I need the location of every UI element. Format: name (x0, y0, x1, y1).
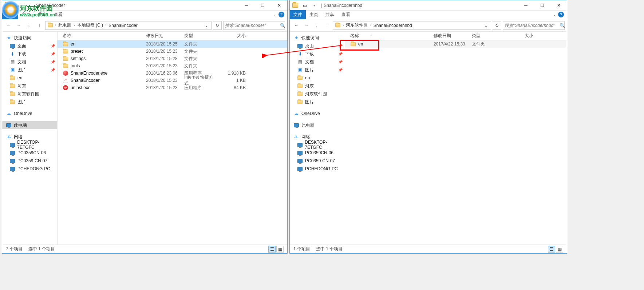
ribbon-tab-share[interactable]: 共享 (34, 10, 50, 19)
chevron-right-icon[interactable]: › (369, 23, 372, 27)
nav-network-pc[interactable]: PCHEDONG-PC (2, 165, 57, 173)
column-date[interactable]: 修改日期 (431, 33, 469, 39)
column-name[interactable]: 名称⌃ (345, 33, 431, 39)
nav-forward-button[interactable]: → (15, 21, 23, 30)
nav-item[interactable]: en (2, 74, 57, 82)
column-headers[interactable]: 名称⌃ 修改日期 类型 大小 (345, 32, 567, 40)
nav-item[interactable]: ▤文档📌 (290, 58, 345, 66)
search-box[interactable]: 🔍 (503, 21, 565, 30)
nav-recent-dropdown[interactable]: ⌄ (312, 21, 321, 30)
nav-item[interactable]: 河东 (2, 82, 57, 90)
nav-this-pc[interactable]: 此电脑 (2, 121, 57, 129)
nav-item[interactable]: 桌面📌 (290, 42, 345, 50)
breadcrumb-dropdown[interactable]: ⌄ (483, 23, 489, 28)
nav-item[interactable]: ▣图片📌 (2, 66, 57, 74)
nav-quick-access[interactable]: ★快速访问 (2, 34, 57, 42)
ribbon-expand-icon[interactable]: ⌄ (273, 12, 276, 16)
breadcrumb-segment[interactable]: ShanaEncoderhhbd (373, 23, 413, 28)
minimize-button[interactable]: ─ (238, 0, 254, 11)
ribbon-tab-view[interactable]: 查看 (50, 10, 66, 19)
qat-dropdown-icon[interactable]: ▾ (23, 1, 31, 9)
breadcrumb[interactable]: › 此电脑 › 本地磁盘 (C:) › ShanaEncoder ⌄ (45, 21, 212, 30)
qat-dropdown-icon[interactable]: ▾ (310, 1, 318, 9)
ribbon-tab-file[interactable]: 文件 (2, 10, 18, 19)
nav-network-pc[interactable]: DESKTOP-7ETGFC (290, 141, 345, 149)
breadcrumb-segment[interactable]: 本地磁盘 (C:) (76, 22, 104, 28)
breadcrumb-segment[interactable]: 此电脑 (58, 22, 72, 28)
minimize-button[interactable]: ─ (518, 0, 534, 11)
file-row[interactable]: preset 2018/1/20 15:23 文件夹 (58, 48, 287, 55)
column-size[interactable]: 大小 (220, 33, 249, 39)
nav-network-pc[interactable]: PC0359CN-06 (2, 149, 57, 157)
nav-onedrive[interactable]: ☁OneDrive (290, 110, 345, 118)
ribbon-tab-view[interactable]: 查看 (338, 10, 354, 19)
search-box[interactable]: 🔍 (223, 21, 285, 30)
file-row[interactable]: tools 2018/1/20 15:23 文件夹 (58, 62, 287, 69)
breadcrumb-segment[interactable]: ShanaEncoder (108, 23, 138, 28)
maximize-button[interactable]: ☐ (254, 0, 271, 11)
ribbon-expand-icon[interactable]: ⌄ (553, 12, 556, 16)
nav-back-button[interactable]: ← (4, 21, 13, 30)
search-icon[interactable]: 🔍 (280, 23, 285, 28)
column-type[interactable]: 类型 (469, 33, 507, 39)
column-date[interactable]: 修改日期 (143, 33, 181, 39)
nav-item[interactable]: en (290, 74, 345, 82)
nav-network-pc[interactable]: PC0359CN-06 (290, 149, 345, 157)
nav-item[interactable]: ⬇下载📌 (2, 50, 57, 58)
titlebar[interactable]: ▭ ▾ | ShanaEncoderhhbd ─ ☐ ✕ (290, 0, 567, 11)
view-icons-button[interactable]: ▦ (556, 246, 563, 253)
file-row[interactable]: en 2018/1/20 15:25 文件夹 (58, 40, 287, 48)
view-icons-button[interactable]: ▦ (276, 246, 284, 253)
close-button[interactable]: ✕ (550, 0, 567, 11)
nav-network-pc[interactable]: DESKTOP-7ETGFC (2, 141, 57, 149)
ribbon-tab-file[interactable]: 文件 (290, 10, 306, 19)
ribbon-tab-share[interactable]: 共享 (322, 10, 338, 19)
ribbon-tab-home[interactable]: 主页 (306, 10, 322, 19)
nav-item[interactable]: ▣图片📌 (290, 66, 345, 74)
close-button[interactable]: ✕ (271, 0, 287, 11)
nav-forward-button[interactable]: → (302, 21, 311, 30)
breadcrumb-dropdown[interactable]: ⌄ (203, 23, 210, 28)
chevron-right-icon[interactable]: › (73, 23, 75, 27)
nav-item[interactable]: 河东 (290, 82, 345, 90)
chevron-right-icon[interactable]: › (54, 23, 57, 27)
file-list[interactable]: en 2018/1/20 15:25 文件夹 preset 2018/1/20 … (58, 40, 287, 245)
file-row[interactable]: en 2017/4/22 15:33 文件夹 (345, 40, 567, 48)
breadcrumb[interactable]: › 河东软件园 › ShanaEncoderhhbd ⌄ (333, 21, 491, 30)
nav-quick-access[interactable]: ★快速访问 (290, 34, 345, 42)
ribbon-tab-home[interactable]: 主页 (18, 10, 34, 19)
qat-properties-icon[interactable]: ▭ (13, 1, 21, 9)
nav-recent-dropdown[interactable]: ⌄ (25, 21, 33, 30)
column-headers[interactable]: 名称 修改日期 类型 大小 (58, 32, 287, 40)
nav-item[interactable]: 河东软件园 (290, 90, 345, 98)
nav-network-pc[interactable]: PC0359-CN-07 (2, 157, 57, 165)
nav-onedrive[interactable]: ☁OneDrive (2, 110, 57, 118)
chevron-right-icon[interactable]: › (342, 23, 344, 27)
chevron-right-icon[interactable]: › (104, 23, 107, 27)
search-icon[interactable]: 🔍 (560, 23, 565, 28)
navigation-pane[interactable]: ★快速访问桌面📌⬇下载📌▤文档📌▣图片📌en河东河东软件园图片☁OneDrive… (2, 32, 58, 245)
view-details-button[interactable]: ☰ (548, 246, 555, 253)
nav-up-button[interactable]: ↑ (323, 21, 331, 30)
column-size[interactable]: 大小 (507, 33, 536, 39)
nav-item[interactable]: 桌面📌 (2, 42, 57, 50)
search-input[interactable] (225, 23, 280, 28)
nav-item[interactable]: ⬇下载📌 (290, 50, 345, 58)
file-row[interactable]: ⊘uninst.exe 2018/1/20 15:23 应用程序 84 KB (58, 84, 287, 91)
nav-item[interactable]: 河东软件园 (2, 90, 57, 98)
nav-network-pc[interactable]: PC0359-CN-07 (290, 157, 345, 165)
nav-item[interactable]: 图片 (290, 98, 345, 106)
search-input[interactable] (505, 23, 560, 28)
nav-back-button[interactable]: ← (292, 21, 301, 30)
navigation-pane[interactable]: ★快速访问桌面📌⬇下载📌▤文档📌▣图片📌en河东河东软件园图片☁OneDrive… (290, 32, 345, 245)
refresh-button[interactable]: ↻ (213, 21, 222, 30)
maximize-button[interactable]: ☐ (534, 0, 550, 11)
file-row[interactable]: ShanaEncoder.exe 2018/1/16 23:06 应用程序 1,… (58, 69, 287, 77)
nav-item[interactable]: ▤文档📌 (2, 58, 57, 66)
file-row[interactable]: settings 2018/1/20 15:28 文件夹 (58, 55, 287, 62)
nav-up-button[interactable]: ↑ (35, 21, 44, 30)
help-icon[interactable]: ? (278, 12, 284, 17)
qat-properties-icon[interactable]: ▭ (301, 1, 309, 9)
column-name[interactable]: 名称 (58, 33, 143, 39)
view-details-button[interactable]: ☰ (268, 246, 276, 253)
